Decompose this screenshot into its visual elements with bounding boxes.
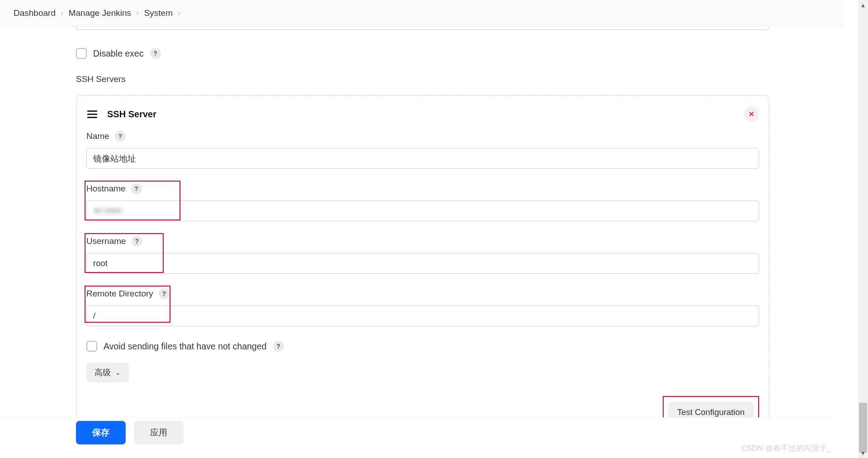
panel-title: SSH Server [107,109,156,119]
bottom-action-bar: 保存 应用 [0,417,835,458]
save-button[interactable]: 保存 [76,421,126,444]
breadcrumb-system[interactable]: System [144,8,173,18]
apply-button[interactable]: 应用 [134,421,184,444]
breadcrumb-manage-jenkins[interactable]: Manage Jenkins [69,8,131,18]
scrollbar-down-icon[interactable]: ▼ [858,448,868,458]
chevron-right-icon: › [178,10,180,17]
close-icon: ✕ [748,110,755,119]
chevron-down-icon: ⌄ [115,369,121,376]
ssh-server-panel: SSH Server ✕ Name ? Hostname ? [76,95,769,440]
breadcrumb-dashboard[interactable]: Dashboard [14,8,56,18]
help-icon[interactable]: ? [131,183,142,194]
chevron-right-icon: › [61,10,63,17]
hostname-label: Hostname [86,184,126,194]
advanced-toggle[interactable]: 高级 ⌄ [86,363,129,382]
drag-handle-icon[interactable] [86,110,98,119]
name-label: Name [86,131,109,141]
username-label: Username [86,236,126,246]
disable-exec-label: Disable exec [93,48,144,59]
hostname-input[interactable] [86,200,759,221]
scrollbar-thumb[interactable] [859,403,867,453]
chevron-right-icon: › [137,10,139,17]
advanced-label: 高级 [94,367,111,378]
disable-exec-row: Disable exec ? [76,48,769,59]
ssh-servers-heading: SSH Servers [76,74,769,84]
remove-server-button[interactable]: ✕ [744,106,759,122]
breadcrumb: Dashboard › Manage Jenkins › System › [0,0,845,26]
help-icon[interactable]: ? [159,288,170,299]
name-input[interactable] [86,148,759,169]
avoid-unchanged-label: Avoid sending files that have not change… [104,341,267,352]
avoid-unchanged-checkbox[interactable] [86,341,97,352]
disable-exec-checkbox[interactable] [76,48,87,59]
remote-directory-label: Remote Directory [86,289,153,299]
scrollbar-up-icon[interactable]: ▲ [858,0,868,10]
watermark: CSDN @卷不过的叫混子_ [741,443,831,453]
help-icon[interactable]: ? [115,131,126,142]
help-icon[interactable]: ? [132,236,142,247]
help-icon[interactable]: ? [273,341,284,352]
previous-field-cutoff [76,26,769,30]
scrollbar-track[interactable]: ▲ ▼ [858,0,868,458]
help-icon[interactable]: ? [150,48,161,59]
remote-directory-input[interactable] [86,305,759,326]
username-input[interactable] [86,253,759,274]
